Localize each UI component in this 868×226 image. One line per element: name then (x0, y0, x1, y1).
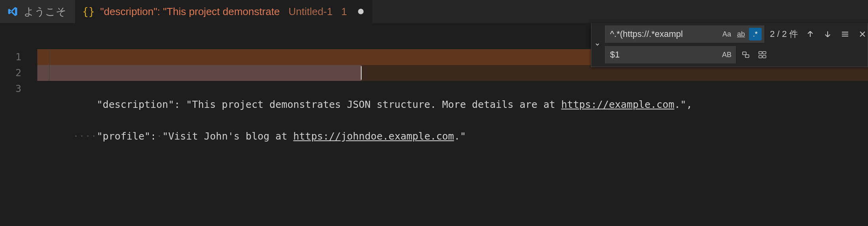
regex-toggle[interactable]: .* (749, 28, 762, 40)
vscode-logo-icon (7, 6, 18, 17)
line-number: 3 (0, 81, 37, 97)
replace-input-field[interactable] (610, 50, 719, 60)
tab-title-index: 1 (341, 6, 347, 18)
preserve-case-toggle[interactable]: AB (720, 48, 733, 61)
next-match-button[interactable] (821, 27, 834, 41)
line-number: 2 (0, 65, 37, 81)
svg-rect-1 (745, 55, 749, 57)
find-input[interactable]: Aa ab .* (605, 25, 764, 43)
tab-title-filename: Untitled-1 (288, 6, 332, 18)
json-braces-icon: {} (82, 6, 95, 17)
find-replace-widget: Aa ab .* 2 / 2 件 (591, 23, 868, 67)
text-cursor (361, 66, 362, 80)
dirty-indicator-icon (358, 9, 364, 14)
find-input-field[interactable] (610, 29, 719, 39)
toggle-replace-button[interactable] (593, 25, 602, 63)
svg-rect-5 (763, 56, 766, 58)
tab-bar-empty (372, 0, 868, 23)
svg-rect-4 (759, 56, 762, 58)
replace-all-button[interactable] (756, 48, 769, 61)
tab-untitled-json[interactable]: {} "description": "This project demonstr… (75, 0, 372, 23)
svg-rect-3 (763, 52, 766, 54)
tab-title-main: "description": "This project demonstrate (100, 6, 280, 18)
tab-welcome[interactable]: ようこそ (0, 0, 75, 23)
tab-welcome-label: ようこそ (24, 5, 66, 19)
find-in-selection-button[interactable] (838, 27, 852, 41)
prev-match-button[interactable] (804, 27, 817, 41)
match-case-toggle[interactable]: Aa (720, 28, 733, 40)
line-number: 1 (0, 49, 37, 65)
close-find-button[interactable] (856, 27, 868, 41)
url-link[interactable]: https://example.com (561, 99, 675, 110)
code-line[interactable] (37, 81, 868, 97)
tab-bar: ようこそ {} "description": "This project dem… (0, 0, 868, 23)
line-number-gutter: 1 2 3 (0, 23, 37, 97)
whole-word-toggle[interactable]: ab (735, 28, 747, 40)
url-link[interactable]: https://johndoe.example.com (293, 130, 454, 142)
svg-rect-2 (759, 52, 762, 54)
replace-one-button[interactable] (739, 48, 752, 61)
match-count: 2 / 2 件 (768, 28, 800, 40)
svg-rect-0 (743, 52, 746, 55)
code-line[interactable]: ····"profile":·"Visit John's blog at htt… (37, 65, 868, 81)
replace-input[interactable]: AB (605, 46, 736, 63)
